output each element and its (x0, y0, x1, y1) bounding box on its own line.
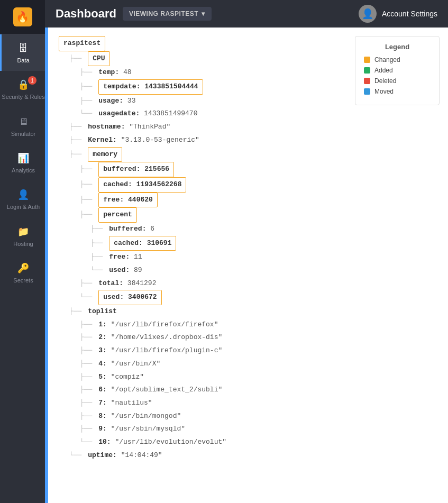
connector: └── (69, 451, 86, 459)
connector: ├── (80, 83, 96, 90)
used-key: used: 3400672 (98, 290, 161, 305)
percent-key: percent (98, 207, 137, 223)
root-label: raspitest (59, 36, 105, 51)
connector: ├── (80, 279, 96, 287)
hostname-node: ├── hostname: "ThinkPad" (59, 121, 344, 134)
topbar: Dashboard VIEWING RASPITEST ▾ 👤 Account … (45, 0, 448, 28)
connector: ├── (69, 123, 86, 131)
temp-key: temp: (98, 68, 123, 76)
data-icon: 🗄 (17, 42, 30, 54)
sidebar-item-secrets[interactable]: 🔑 Secrets (0, 254, 45, 291)
secrets-icon: 🔑 (17, 262, 30, 275)
percent-node: ├── percent (59, 207, 344, 223)
toplist-9: ├── 9: "/usr/sbin/mysqld" (59, 423, 344, 436)
sidebar-item-label: Hosting (13, 241, 33, 247)
content-area: raspitest ├── CPU ├── temp: 48 ├── tempd… (45, 28, 448, 503)
simulator-icon: 🖥 (17, 115, 30, 128)
usagedate-value: 1433851499470 (144, 109, 197, 117)
main-area: Dashboard VIEWING RASPITEST ▾ 👤 Account … (45, 0, 448, 503)
tl-5-key: 5: (98, 373, 111, 381)
tl-9-key: 9: (98, 425, 111, 433)
cached-key: cached: 11934562268 (98, 177, 186, 193)
connector: ├── (80, 211, 96, 218)
connector: ├── (69, 136, 86, 144)
kernel-node: ├── Kernel: "3.13.0-53-generic" (59, 134, 344, 147)
total-value: 3841292 (127, 279, 157, 287)
viewing-selector[interactable]: VIEWING RASPITEST ▾ (123, 7, 212, 21)
account-label: Account Settings (382, 10, 437, 18)
tl-2-value: "/home/vlixes/.dropbox-dis" (111, 333, 223, 341)
app-logo: 🔥 (13, 7, 32, 26)
connector: ├── (80, 399, 96, 407)
p-cached-key: cached: 310691 (109, 236, 176, 251)
tl-7-key: 7: (98, 399, 111, 407)
connector: ├── (80, 412, 96, 420)
toplist-4: ├── 4: "/usr/bin/X" (59, 358, 344, 371)
usage-key: usage: (98, 97, 127, 105)
tree-area[interactable]: raspitest ├── CPU ├── temp: 48 ├── tempd… (48, 28, 355, 503)
sidebar-logo-area: 🔥 (0, 0, 45, 34)
sidebar-item-label: Secrets (13, 277, 33, 283)
connector: ├── (90, 239, 107, 247)
tl-6-key: 6: (98, 386, 111, 394)
kernel-value: "3.13.0-53-generic" (121, 136, 199, 144)
tl-6-value: "/opt/sublime_text_2/subli" (111, 386, 223, 394)
hosting-icon: 📁 (17, 225, 30, 238)
uptime-node: └── uptime: "14:04:49" (59, 449, 344, 462)
deleted-label: Deleted (374, 77, 396, 85)
connector: ├── (90, 225, 107, 233)
tl-9-value: "/usr/sbin/mysqld" (111, 425, 185, 433)
sidebar-item-label: Login & Auth (7, 204, 40, 211)
toplist-3: ├── 3: "/usr/lib/firefox/plugin-c" (59, 344, 344, 358)
account-area[interactable]: 👤 Account Settings (359, 5, 437, 23)
cpu-usagedate-node: └── usagedate: 1433851499470 (59, 107, 344, 121)
security-badge: 1 (28, 76, 36, 85)
connector: ├── (80, 346, 96, 354)
cpu-node: ├── CPU (59, 51, 344, 67)
connector: ├── (80, 360, 96, 368)
connector: ├── (80, 196, 96, 204)
percent-buffered-node: ├── buffered: 6 (59, 223, 344, 236)
sidebar-item-analytics[interactable]: 📊 Analytics (0, 144, 45, 181)
kernel-key: Kernel: (88, 136, 121, 144)
sidebar-item-hosting[interactable]: 📁 Hosting (0, 218, 45, 254)
viewing-label: VIEWING RASPITEST (129, 10, 198, 17)
sidebar-item-label: Simulator (11, 131, 35, 137)
sidebar-item-simulator[interactable]: 🖥 Simulator (0, 108, 45, 144)
chevron-down-icon: ▾ (202, 10, 205, 17)
p-free-value: 11 (134, 253, 142, 261)
connector: ├── (80, 180, 96, 188)
legend-added: Added (364, 67, 431, 74)
legend-title: Legend (364, 43, 431, 51)
changed-label: Changed (374, 56, 400, 63)
memory-node: ├── memory (59, 147, 344, 162)
sidebar-item-security[interactable]: 🔒 Security & Rules 1 (0, 71, 45, 108)
cpu-temp-node: ├── temp: 48 (59, 66, 344, 79)
sidebar-item-data[interactable]: 🗄 Data (0, 34, 45, 71)
percent-free-node: ├── free: 11 (59, 251, 344, 264)
sidebar-item-login[interactable]: 👤 Login & Auth (0, 181, 45, 218)
memory-used-node: └── used: 3400672 (59, 290, 344, 305)
memory-total-node: ├── total: 3841292 (59, 277, 344, 290)
tl-4-value: "/usr/bin/X" (111, 360, 161, 368)
tl-10-key: 10: (98, 438, 115, 446)
free-key: free: 440620 (98, 193, 158, 208)
legend-moved: Moved (364, 88, 431, 95)
sidebar-item-label: Data (17, 57, 29, 63)
percent-cached-node: ├── cached: 310691 (59, 236, 344, 251)
tl-5-value: "compiz" (111, 373, 144, 381)
connector: ├── (80, 373, 96, 381)
tl-3-value: "/usr/lib/firefox/plugin-c" (111, 346, 223, 354)
analytics-icon: 📊 (17, 152, 30, 164)
connector: ├── (69, 150, 86, 158)
uptime-value: "14:04:49" (121, 451, 162, 459)
deleted-dot (364, 78, 370, 84)
tempdate-key: tempdate: 1433851504444 (98, 79, 203, 95)
connector: ├── (69, 307, 86, 315)
topbar-left: Dashboard VIEWING RASPITEST ▾ (56, 7, 212, 21)
cpu-key: CPU (88, 51, 109, 67)
uptime-key: uptime: (88, 451, 121, 459)
connector: ├── (80, 68, 96, 76)
memory-free-node: ├── free: 440620 (59, 193, 344, 208)
toplist-8: ├── 8: "/usr/bin/mongod" (59, 410, 344, 423)
